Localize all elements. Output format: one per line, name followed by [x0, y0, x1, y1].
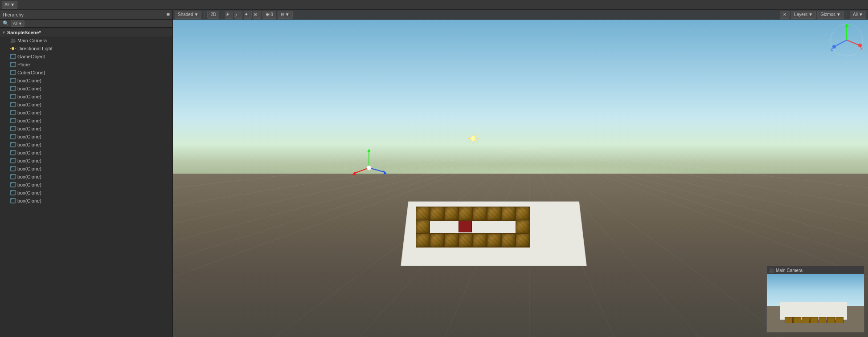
camera-preview-viewport: [767, 274, 864, 332]
box-cube: [501, 207, 516, 221]
preview-box: [785, 317, 793, 323]
hierarchy-list-item[interactable]: box(Clone): [0, 197, 172, 205]
scene-root-item[interactable]: ▼ SampleScene*: [0, 28, 172, 37]
all-filter-btn[interactable]: All ▼: [2, 1, 17, 9]
hierarchy-item-label: box(Clone): [17, 110, 41, 115]
audio-toggle[interactable]: ♪: [234, 11, 242, 19]
layers-icon: ⊟: [281, 12, 284, 17]
hierarchy-menu-icon[interactable]: ≡: [166, 11, 170, 18]
gizmos-label: Gizmos: [820, 12, 835, 17]
hierarchy-list-item[interactable]: box(Clone): [0, 181, 172, 189]
fx-icon: ✦: [244, 12, 248, 17]
shaded-dropdown[interactable]: Shaded ▼: [175, 11, 201, 19]
box-cube: [459, 233, 473, 248]
svg-line-93: [469, 134, 470, 135]
box-cube: [444, 207, 459, 221]
hierarchy-item-label: box(Clone): [17, 158, 41, 163]
scene-name-label: SampleScene*: [7, 30, 41, 35]
hierarchy-search: 🔍 All ▼: [0, 20, 172, 28]
hierarchy-list-item[interactable]: box(Clone): [0, 109, 172, 117]
hierarchy-list-item[interactable]: box(Clone): [0, 77, 172, 85]
hierarchy-list-item[interactable]: box(Clone): [0, 165, 172, 173]
fx-toggle[interactable]: ✦: [244, 11, 252, 19]
gizmos-btn[interactable]: Gizmos ▼: [817, 11, 844, 19]
hierarchy-item-label: box(Clone): [17, 174, 41, 179]
shaded-arrow: ▼: [194, 12, 198, 17]
camera-preview-title: Main Camera: [776, 268, 802, 273]
camera-preview-panel: 🎥 Main Camera: [766, 266, 864, 333]
layers-right-btn[interactable]: Layers ▼: [791, 11, 816, 19]
box-cube: [416, 233, 430, 248]
box-cube: [501, 233, 516, 248]
search-all-btn[interactable]: All ▼: [11, 20, 25, 27]
lighting-toggle[interactable]: ☀: [225, 11, 233, 19]
box-empty: [430, 220, 444, 234]
hierarchy-header: Hierarchy ≡: [0, 10, 172, 20]
hierarchy-list-item[interactable]: box(Clone): [0, 125, 172, 133]
cube-icon: [10, 85, 16, 92]
svg-marker-86: [383, 171, 387, 175]
cube-icon: [10, 118, 16, 124]
object-icon: [10, 53, 16, 60]
close-btn-right[interactable]: ✕: [780, 11, 790, 19]
preview-box: [810, 317, 818, 323]
hierarchy-list-item[interactable]: box(Clone): [0, 157, 172, 165]
hierarchy-list-item[interactable]: box(Clone): [0, 93, 172, 101]
hierarchy-list-item[interactable]: Cube(Clone): [0, 69, 172, 77]
svg-text:Y: Y: [848, 24, 851, 28]
scene-boxes-group: [416, 207, 529, 246]
sun-light-icon: [467, 132, 479, 145]
preview-box: [819, 317, 827, 323]
box-cube: [416, 207, 430, 221]
hierarchy-list-item[interactable]: box(Clone): [0, 117, 172, 125]
hierarchy-list-item[interactable]: box(Clone): [0, 101, 172, 109]
hierarchy-list-item[interactable]: box(Clone): [0, 133, 172, 141]
svg-point-99: [845, 24, 848, 28]
hierarchy-list-item[interactable]: 🎥Main Camera: [0, 37, 172, 45]
hierarchy-list-item[interactable]: box(Clone): [0, 173, 172, 181]
hierarchy-item-label: GameObject: [17, 54, 45, 59]
layers-btn[interactable]: ⊟ ▼: [278, 11, 293, 19]
svg-marker-82: [367, 149, 371, 152]
cube-icon: [10, 102, 16, 108]
hierarchy-list-item[interactable]: box(Clone): [0, 189, 172, 197]
hierarchy-list-item[interactable]: Plane: [0, 61, 172, 69]
svg-marker-84: [352, 171, 356, 175]
hierarchy-item-label: box(Clone): [17, 198, 41, 203]
preview-box: [802, 317, 810, 323]
grid-toggle[interactable]: ⊞ 0: [262, 11, 276, 19]
orientation-gizmo: Y X Z: [829, 22, 864, 58]
lighting-icon: ☀: [225, 12, 230, 17]
hierarchy-list-item[interactable]: Directional Light: [0, 45, 172, 53]
2d-label: 2D: [210, 12, 216, 17]
camera-icon: 🎥: [10, 37, 16, 44]
toolbar-sep-2: [222, 11, 222, 18]
cube-icon: [10, 198, 16, 204]
toolbar-sep-1: [204, 11, 205, 18]
cube-icon: [10, 142, 16, 148]
toolbar-sep-3: [847, 11, 847, 18]
svg-line-94: [476, 142, 478, 143]
search-icon: 🔍: [3, 20, 9, 26]
hierarchy-list-item[interactable]: GameObject: [0, 53, 172, 61]
hierarchy-list-item[interactable]: box(Clone): [0, 141, 172, 149]
scene-view[interactable]: Shaded ▼ 2D ☀ ♪ ✦ ⊙ ⊞ 0: [173, 10, 868, 337]
box-cube: [487, 207, 501, 221]
skybox-toggle[interactable]: ⊙: [253, 11, 261, 19]
hierarchy-item-label: Cube(Clone): [17, 70, 45, 75]
grid-icon: ⊞: [266, 12, 270, 17]
hierarchy-item-label: box(Clone): [17, 190, 41, 195]
hierarchy-list-item[interactable]: box(Clone): [0, 149, 172, 157]
svg-line-96: [469, 142, 470, 143]
camera-icon-small: 🎥: [769, 268, 774, 273]
hierarchy-title-label: Hierarchy: [3, 12, 24, 17]
cube-icon: [10, 110, 16, 116]
all-right-btn[interactable]: All ▼: [850, 11, 866, 19]
hierarchy-item-label: Directional Light: [17, 46, 53, 51]
hierarchy-list[interactable]: ▼ SampleScene* 🎥Main CameraDirectional L…: [0, 28, 172, 337]
hierarchy-item-label: Main Camera: [17, 38, 47, 43]
hierarchy-list-item[interactable]: box(Clone): [0, 85, 172, 93]
cube-icon: [10, 158, 16, 164]
hierarchy-item-label: Plane: [17, 62, 30, 67]
2d-toggle[interactable]: 2D: [207, 11, 219, 19]
